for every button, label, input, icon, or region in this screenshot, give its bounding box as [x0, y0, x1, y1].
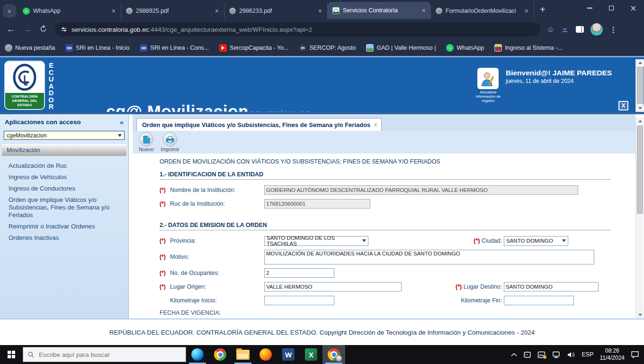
ciudad-select[interactable]: SANTO DOMINGO	[504, 236, 568, 246]
browser-tab-whatsapp[interactable]: WhatsApp ×	[18, 3, 121, 19]
bookmark-item[interactable]: SercopCapacita - Yo...	[219, 44, 288, 52]
language-indicator[interactable]: ESP	[581, 351, 593, 358]
header-date: jueves, 11 de abril de 2024	[506, 78, 573, 84]
reload-icon[interactable]	[35, 24, 51, 35]
sri-icon: SRI	[140, 44, 147, 52]
required-mark: (*)	[160, 270, 170, 276]
new-tab-button[interactable]: +	[540, 4, 546, 15]
tab-close-icon[interactable]: ×	[110, 7, 117, 15]
bookmark-item[interactable]: SRISRI en Línea - Inicio	[65, 44, 129, 52]
profile-avatar[interactable]	[590, 23, 603, 36]
bookmark-label: Ingreso al Sistema -...	[505, 45, 563, 51]
sidebar-item-actualizacion-ruc[interactable]: Actualización de Ruc	[9, 161, 128, 171]
snip-tool-icon[interactable]	[523, 351, 531, 358]
tab-close-icon[interactable]: ×	[523, 7, 530, 15]
sidebar-collapse-icon[interactable]: «	[120, 118, 124, 126]
start-button[interactable]	[0, 345, 23, 364]
motivo-textarea[interactable]: MOVILIZACIÓN DE AUTORIDADES HACIA LA CIU…	[264, 250, 594, 264]
forward-icon[interactable]: →	[19, 24, 35, 35]
sidebar-item-ingreso-conductores[interactable]: Ingreso de Conductores	[9, 183, 128, 194]
site-info-icon[interactable]	[61, 26, 67, 33]
form-row-lugar: (*) Lugar Origen: (*) Lugar Destino:	[160, 281, 633, 292]
content-scrollbar[interactable]	[635, 118, 644, 318]
bookmark-item[interactable]: Nueva pestaña	[5, 44, 55, 52]
whatsapp-icon	[23, 8, 30, 15]
provincia-select[interactable]: SANTO DOMINGO DE LOS TSACHILAS	[264, 236, 368, 246]
network-icon[interactable]	[552, 351, 561, 358]
close-window-button[interactable]	[622, 0, 644, 16]
kilometraje-inicio-input[interactable]	[264, 296, 334, 305]
new-button[interactable]: Nuevo	[135, 132, 157, 152]
taskbar-chrome[interactable]	[209, 345, 232, 364]
bookmark-label: WhatsApp	[456, 45, 484, 51]
url-input[interactable]: servicios.contraloria.gob.ec:4443/cge_ar…	[55, 22, 540, 36]
bookmark-item[interactable]: GAD | Valle Hermoso |	[366, 44, 436, 52]
taskbar-search[interactable]	[23, 347, 186, 362]
cge-site-icon	[332, 7, 340, 14]
maximize-button[interactable]	[600, 0, 622, 16]
bookmark-item[interactable]: Ingreso al Sistema -...	[494, 44, 563, 52]
tab-close-icon[interactable]: ×	[420, 7, 427, 14]
taskbar-explorer[interactable]	[232, 345, 254, 364]
photos-notification-icon[interactable]	[537, 351, 546, 358]
field-label: Ruc de la Institución:	[170, 200, 264, 207]
content-tab-orden[interactable]: Orden que implique Viáticos y/o Subsiste…	[136, 118, 382, 131]
taskbar-clock[interactable]: 08:2611/4/2024	[600, 347, 625, 362]
required-mark: (*)	[160, 254, 170, 260]
update-registry-button[interactable]	[477, 68, 499, 89]
print-button[interactable]: Imprimir	[159, 132, 181, 152]
sidebar-item-ingreso-vehiculos[interactable]: Ingreso de Vehículos	[9, 172, 128, 182]
bookmark-item[interactable]: WhatsApp	[446, 44, 484, 52]
bookmark-item[interactable]: SRISRI en Línea - Cons...	[140, 44, 209, 52]
sidebar-item-reimprimir-inactivar[interactable]: Reimprimir o Inactivar Ordenes	[9, 221, 128, 232]
back-icon[interactable]: ←	[3, 24, 19, 35]
tab-search-button[interactable]: v	[3, 4, 16, 18]
taskbar-chrome-active[interactable]	[322, 345, 345, 364]
application-select[interactable]: cgeMovilizacion	[4, 131, 125, 140]
tray-expand-icon[interactable]	[511, 353, 517, 357]
field-label: Nombre de la Institución:	[170, 187, 264, 193]
bookmark-star-icon[interactable]: ☆	[547, 25, 554, 35]
page-scrollbar[interactable]	[635, 59, 644, 112]
field-label: Motivo:	[170, 254, 264, 260]
sidebar-item-ordenes-inactivas[interactable]: Ordenes Inactivas	[9, 233, 128, 243]
sidebar-item-orden-viaticos[interactable]: Orden que implique Viáticos y/o Subsiste…	[9, 195, 128, 220]
taskbar-firefox[interactable]	[254, 345, 277, 364]
application-select-value: cgeMovilizacion	[7, 132, 47, 139]
browser-tab-pdf-2[interactable]: 2986233.pdf ×	[224, 3, 328, 19]
ocupantes-input[interactable]	[264, 268, 334, 278]
field-label: (*) Ciudad:	[415, 237, 504, 244]
action-center-icon[interactable]	[631, 351, 639, 358]
volume-icon[interactable]	[567, 351, 575, 358]
taskbar-search-input[interactable]	[39, 351, 171, 358]
ecuador-crest-icon	[494, 44, 502, 52]
nombre-institucion-input	[264, 185, 578, 195]
sidebar-group-movilizacion[interactable]: Movilización	[2, 144, 126, 156]
browser-tab-formulario[interactable]: FormularioOrdenMovilizaci ×	[431, 3, 534, 19]
minimize-button[interactable]	[579, 0, 600, 16]
tab-close-icon[interactable]: ×	[317, 7, 323, 15]
content-tab-close-icon[interactable]: x	[374, 121, 377, 128]
browser-menu-icon[interactable]: ⋮	[609, 25, 617, 34]
tray-time: 08:26	[605, 347, 619, 354]
app-close-button[interactable]: X	[618, 101, 628, 110]
downloads-icon[interactable]	[561, 25, 569, 34]
taskbar-excel[interactable]: X	[300, 345, 322, 364]
tab-title: Servicios Contraloría	[343, 7, 417, 14]
lugar-origen-input[interactable]	[264, 282, 402, 291]
taskbar-word[interactable]: W	[277, 345, 300, 364]
globe-icon	[229, 8, 236, 14]
content-toolbar: Nuevo Imprimir	[133, 131, 635, 154]
lugar-destino-input[interactable]	[504, 282, 599, 291]
tab-close-icon[interactable]: ×	[214, 7, 220, 15]
main-content: Orden que implique Viáticos y/o Subsiste…	[133, 114, 635, 318]
chrome-icon	[214, 348, 226, 361]
kilometraje-fin-input[interactable]	[504, 296, 574, 305]
file-explorer-icon	[236, 350, 250, 360]
browser-tab-servicios-active[interactable]: Servicios Contraloría ×	[328, 2, 431, 19]
tab-title: 2988925.pdf	[136, 8, 210, 14]
browser-tab-pdf-1[interactable]: 2988925.pdf ×	[121, 3, 224, 19]
taskbar-edge[interactable]	[186, 345, 209, 364]
side-panel-icon[interactable]	[576, 26, 584, 33]
bookmark-item[interactable]: mSERCOP: Agosto	[299, 44, 356, 52]
